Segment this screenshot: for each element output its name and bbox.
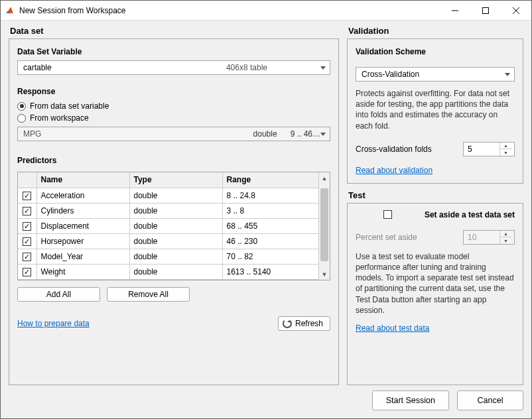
table-row[interactable]: Accelerationdouble8 .. 24.8	[18, 188, 318, 203]
predictor-name: Displacement	[36, 218, 129, 233]
svg-rect-1	[483, 7, 489, 13]
table-row[interactable]: Displacementdouble68 .. 455	[18, 218, 318, 233]
validation-panel: Validation Scheme Cross-Validation Prote…	[347, 38, 523, 184]
read-about-test-link[interactable]: Read about test data	[356, 324, 429, 333]
dsv-info: 406x8 table	[226, 63, 267, 72]
predictor-type: double	[129, 249, 222, 264]
predictor-type: double	[129, 264, 222, 279]
test-description: Use a test set to evaluate model perform…	[356, 251, 515, 316]
folds-input[interactable]	[464, 145, 499, 154]
predictor-type: double	[129, 203, 222, 218]
dataset-variable-select[interactable]: cartable 406x8 table	[17, 60, 330, 75]
predictor-name: Horsepower	[36, 233, 129, 249]
checkbox-icon[interactable]	[23, 222, 31, 231]
scrollbar[interactable]: ▲ ▼	[318, 172, 330, 280]
dataset-panel: Data Set Variable cartable 406x8 table R…	[9, 38, 339, 385]
folds-spinner[interactable]: ▲ ▼	[463, 142, 515, 156]
close-icon	[513, 7, 519, 14]
predictor-type: double	[129, 218, 222, 233]
dsv-value: cartable	[23, 63, 52, 72]
percent-spinner: ▲ ▼	[463, 230, 515, 245]
predictor-name: Cylinders	[36, 203, 129, 218]
predictor-range: 46 .. 230	[222, 233, 318, 249]
col-range[interactable]: Range	[222, 172, 318, 188]
predictor-name: Acceleration	[36, 188, 129, 203]
percent-label: Percent set aside	[356, 233, 456, 242]
predictors-table: Name Type Range Accelerationdouble8 .. 2…	[17, 172, 330, 280]
predictor-range: 1613 .. 5140	[222, 264, 318, 279]
response-label: Response	[17, 87, 330, 96]
minimize-button[interactable]	[440, 1, 470, 21]
table-row[interactable]: Weightdouble1613 .. 5140	[18, 264, 318, 279]
checkbox-icon[interactable]	[23, 237, 31, 246]
scroll-down-icon: ▼	[319, 269, 330, 280]
validation-description: Protects against overfitting. For data n…	[356, 88, 515, 131]
refresh-button[interactable]: Refresh	[278, 316, 330, 331]
radio-from-dsv-label: From data set variable	[30, 101, 109, 111]
set-aside-checkbox-row[interactable]: Set aside a test data set	[356, 210, 515, 219]
checkbox-icon[interactable]	[23, 268, 31, 276]
dialog-content: Data set Data Set Variable cartable 406x…	[1, 21, 531, 418]
window-title: New Session from Workspace	[19, 6, 126, 15]
predictor-type: double	[129, 233, 222, 249]
validation-scheme-value: Cross-Validation	[362, 70, 419, 79]
dialog-footer: Start Session Cancel	[9, 385, 523, 410]
predictor-range: 70 .. 82	[222, 249, 318, 264]
chevron-down-icon	[505, 73, 510, 76]
predictor-name: Weight	[36, 264, 129, 279]
response-variable-select[interactable]: MPG double 9 .. 46…	[17, 127, 330, 141]
validation-scheme-select[interactable]: Cross-Validation	[356, 67, 515, 82]
scrollbar-thumb[interactable]	[320, 188, 328, 261]
checkbox-icon	[383, 210, 392, 219]
checkbox-icon[interactable]	[23, 192, 31, 200]
maximize-button[interactable]	[470, 1, 501, 21]
spin-down-icon[interactable]: ▼	[500, 149, 511, 156]
response-type: double	[253, 129, 277, 139]
scroll-up-icon: ▲	[319, 172, 330, 184]
radio-icon	[17, 102, 26, 111]
validation-heading: Validation	[348, 26, 523, 36]
radio-icon	[17, 114, 26, 123]
checkbox-icon[interactable]	[23, 207, 31, 215]
radio-from-workspace-label: From workspace	[30, 113, 89, 123]
validation-scheme-label: Validation Scheme	[356, 47, 515, 56]
read-about-validation-link[interactable]: Read about validation	[356, 166, 432, 175]
dialog-window: New Session from Workspace Data set Data…	[0, 0, 532, 419]
col-type[interactable]: Type	[129, 172, 222, 188]
table-header-row: Name Type Range	[18, 172, 318, 188]
maximize-icon	[482, 7, 489, 14]
how-to-prepare-link[interactable]: How to prepare data	[17, 319, 90, 328]
table-row[interactable]: Cylindersdouble3 .. 8	[18, 203, 318, 218]
predictors-label: Predictors	[17, 156, 330, 165]
chevron-down-icon	[320, 66, 326, 70]
percent-input	[464, 233, 499, 242]
cancel-button[interactable]: Cancel	[457, 390, 523, 410]
refresh-icon	[283, 319, 292, 328]
radio-from-dsv[interactable]: From data set variable	[17, 101, 330, 111]
spin-down-icon: ▼	[500, 237, 511, 244]
minimize-icon	[452, 7, 458, 14]
predictor-range: 68 .. 455	[222, 218, 318, 233]
predictor-name: Model_Year	[36, 249, 129, 264]
predictor-type: double	[129, 188, 222, 203]
checkbox-icon[interactable]	[23, 253, 31, 261]
test-panel: Set aside a test data set Percent set as…	[347, 203, 523, 385]
predictor-range: 8 .. 24.8	[222, 188, 318, 203]
response-value: MPG	[23, 129, 41, 139]
col-name[interactable]: Name	[36, 172, 129, 188]
dataset-heading: Data set	[10, 26, 339, 36]
chevron-down-icon	[320, 133, 326, 136]
response-range: 9 .. 46…	[291, 129, 320, 139]
test-heading: Test	[348, 190, 523, 200]
add-all-button[interactable]: Add All	[17, 287, 100, 302]
remove-all-button[interactable]: Remove All	[107, 287, 190, 302]
predictor-range: 3 .. 8	[222, 203, 318, 218]
set-aside-label: Set aside a test data set	[425, 210, 515, 219]
spin-up-icon: ▲	[500, 231, 511, 238]
table-row[interactable]: Horsepowerdouble46 .. 230	[18, 233, 318, 249]
table-row[interactable]: Model_Yeardouble70 .. 82	[18, 249, 318, 264]
radio-from-workspace[interactable]: From workspace	[17, 113, 330, 123]
close-button[interactable]	[501, 1, 531, 21]
spin-up-icon[interactable]: ▲	[500, 143, 511, 150]
start-session-button[interactable]: Start Session	[372, 390, 449, 410]
